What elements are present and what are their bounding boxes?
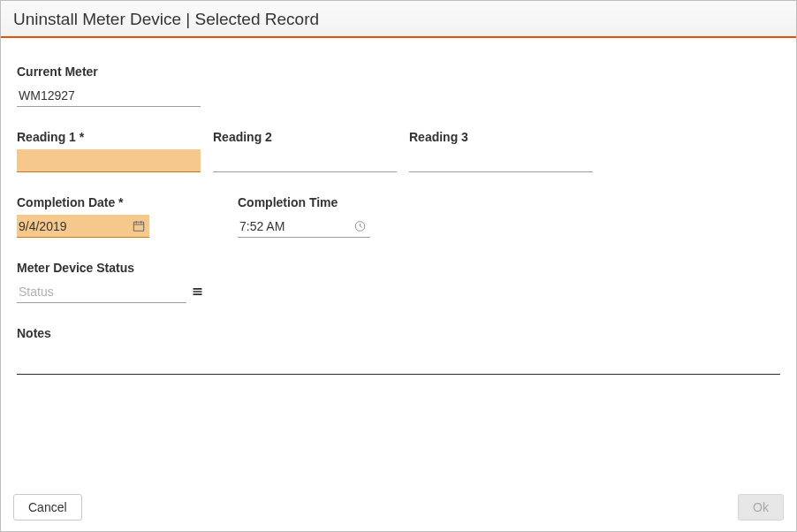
input-wrap-current-meter xyxy=(17,84,201,107)
field-reading3: Reading 3 xyxy=(409,130,593,172)
reading2-input[interactable] xyxy=(213,152,397,170)
svg-line-6 xyxy=(361,226,362,227)
dialog-content: Current Meter Reading 1 * Reading 2 xyxy=(1,38,796,487)
dialog-title: Uninstall Meter Device | Selected Record xyxy=(13,10,784,29)
completion-date-input[interactable] xyxy=(17,217,149,235)
input-wrap-notes xyxy=(17,351,780,375)
label-notes: Notes xyxy=(17,326,780,340)
dialog-footer: Cancel Ok xyxy=(1,487,796,531)
label-completion-date: Completion Date * xyxy=(17,195,149,209)
label-completion-time: Completion Time xyxy=(238,195,370,209)
input-wrap-reading1 xyxy=(17,149,201,172)
field-current-meter: Current Meter xyxy=(17,65,201,107)
current-meter-input[interactable] xyxy=(17,87,201,104)
meter-status-input[interactable] xyxy=(17,283,186,300)
reading1-input[interactable] xyxy=(17,152,201,170)
label-reading3: Reading 3 xyxy=(409,130,593,144)
completion-time-input[interactable] xyxy=(238,217,370,235)
input-wrap-completion-date xyxy=(17,215,149,238)
label-reading1: Reading 1 * xyxy=(17,130,201,144)
input-wrap-reading2 xyxy=(213,149,397,172)
titlebar: Uninstall Meter Device | Selected Record xyxy=(1,1,796,38)
field-reading2: Reading 2 xyxy=(213,130,397,172)
label-current-meter: Current Meter xyxy=(17,65,201,79)
input-wrap-meter-status xyxy=(17,280,186,303)
notes-input[interactable] xyxy=(17,351,780,370)
input-wrap-completion-time xyxy=(238,215,370,238)
svg-rect-0 xyxy=(133,222,143,231)
field-notes: Notes xyxy=(17,326,780,375)
menu-icon[interactable] xyxy=(191,285,204,298)
label-meter-status: Meter Device Status xyxy=(17,261,202,275)
calendar-icon[interactable] xyxy=(132,219,146,233)
field-completion-time: Completion Time xyxy=(238,195,370,238)
ok-button[interactable]: Ok xyxy=(738,494,784,521)
field-meter-status: Meter Device Status xyxy=(17,261,202,303)
label-reading2: Reading 2 xyxy=(213,130,397,144)
field-completion-date: Completion Date * xyxy=(17,195,149,238)
field-reading1: Reading 1 * xyxy=(17,130,201,172)
cancel-button[interactable]: Cancel xyxy=(13,494,82,521)
reading3-input[interactable] xyxy=(409,152,593,170)
clock-icon[interactable] xyxy=(353,219,367,232)
input-wrap-reading3 xyxy=(409,149,593,172)
dialog-window: Uninstall Meter Device | Selected Record… xyxy=(0,0,797,532)
